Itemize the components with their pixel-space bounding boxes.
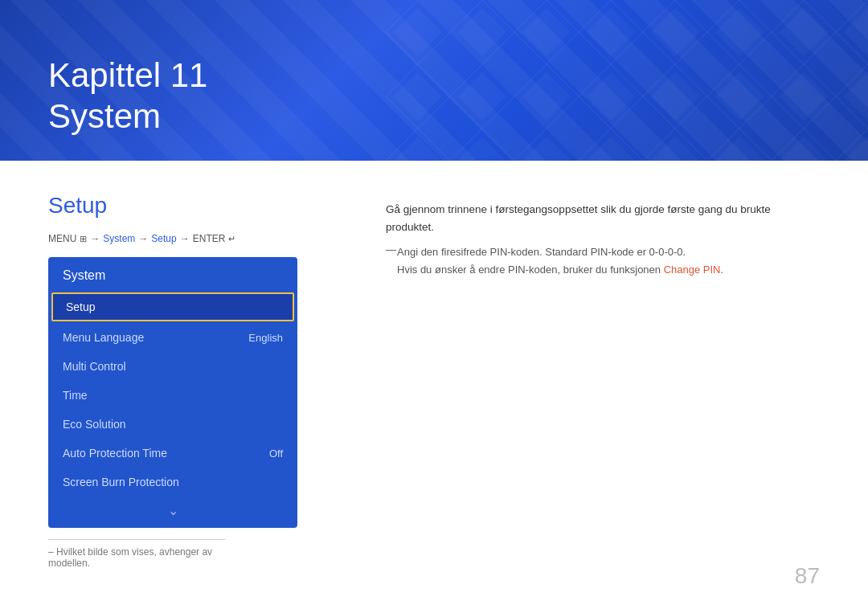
breadcrumb-system: System [103,233,135,244]
menu-item-time-label: Time [63,389,88,402]
menu-item-screen-burn-protection-label: Screen Burn Protection [63,476,179,488]
menu-icon: ⊞ [80,234,87,244]
menu-item-menu-language-value: English [248,332,283,344]
description-sub2-suffix: . [721,264,724,276]
description-sub-block: — Angi den firesifrede PIN-koden. Standa… [386,243,820,279]
menu-item-auto-protection-time[interactable]: Auto Protection Time Off [48,439,297,468]
diamond-pattern [386,0,868,161]
main-content: Setup MENU ⊞ → System → Setup → ENTER ↵ … [0,161,868,560]
chapter-label: Kapittel 11 [48,55,207,96]
menu-item-eco-solution[interactable]: Eco Solution [48,410,297,439]
change-pin-link[interactable]: Change PIN [664,264,721,276]
menu-item-screen-burn-protection[interactable]: Screen Burn Protection [48,468,297,497]
enter-icon: ↵ [228,234,235,244]
menu-item-auto-protection-time-value: Off [269,447,283,460]
menu-item-eco-solution-label: Eco Solution [63,418,126,431]
menu-item-menu-language-label: Menu Language [63,331,144,344]
menu-item-setup-label: Setup [66,300,96,313]
footer-note: – Hvilket bilde som vises, avhenger av m… [48,539,225,569]
system-menu-title: System [48,257,297,291]
menu-chevron: ⌄ [48,497,297,528]
setup-heading: Setup [48,193,354,219]
footer-note-text: – Hvilket bilde som vises, avhenger av m… [48,546,212,569]
breadcrumb-arrow2: → [138,233,148,244]
left-panel: Setup MENU ⊞ → System → Setup → ENTER ↵ … [48,193,354,528]
chevron-down-icon: ⌄ [168,503,178,518]
breadcrumb-arrow1: → [90,233,100,244]
description-sub1: Angi den firesifrede PIN-koden. Standard… [397,243,820,261]
header-banner: Kapittel 11 System [0,0,868,161]
description-sub2: Hvis du ønsker å endre PIN-koden, bruker… [397,261,820,279]
title-label: System [48,96,207,137]
menu-item-multi-control-label: Multi Control [63,360,126,373]
breadcrumb-arrow3: → [180,233,190,244]
menu-item-auto-protection-time-label: Auto Protection Time [63,447,167,460]
menu-item-multi-control[interactable]: Multi Control [48,352,297,381]
breadcrumb: MENU ⊞ → System → Setup → ENTER ↵ [48,233,354,244]
description-sub2-prefix: Hvis du ønsker å endre PIN-koden, bruker… [397,264,664,276]
menu-item-setup[interactable]: Setup [51,292,294,321]
svg-rect-2 [386,0,868,161]
menu-item-time[interactable]: Time [48,381,297,410]
system-menu: System Setup Menu Language English Multi… [48,257,297,528]
header-title: Kapittel 11 System [48,55,207,137]
menu-items: Setup Menu Language English Multi Contro… [48,292,297,528]
description-main: Gå gjennom trinnene i førstegangsoppsett… [386,201,820,235]
right-panel: Gå gjennom trinnene i førstegangsoppsett… [386,193,820,528]
menu-item-menu-language[interactable]: Menu Language English [48,323,297,352]
breadcrumb-menu: MENU [48,233,76,244]
breadcrumb-enter: ENTER [193,233,226,244]
page-number: 87 [795,563,820,589]
breadcrumb-setup: Setup [151,233,176,244]
